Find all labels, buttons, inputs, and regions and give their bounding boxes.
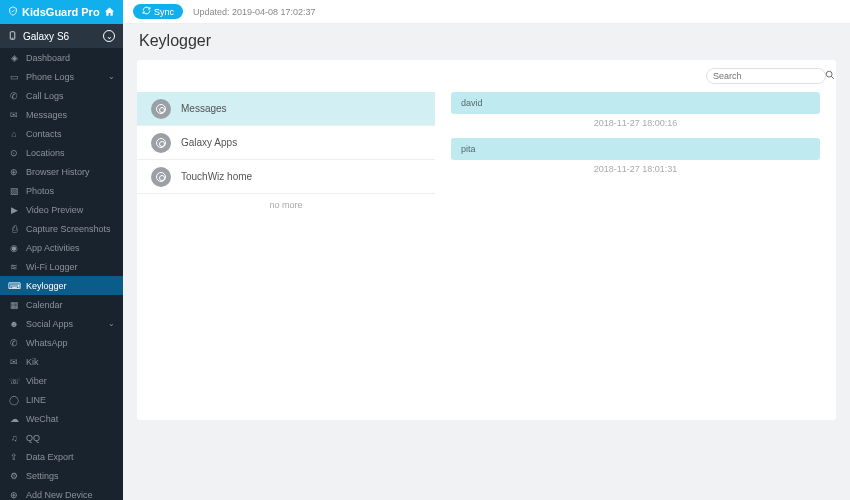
nav-label: Settings — [26, 471, 59, 481]
svg-point-2 — [826, 71, 832, 77]
sidebar-item-photos[interactable]: ▧Photos — [0, 181, 123, 200]
app-item[interactable]: TouchWiz home — [137, 160, 435, 194]
sidebar-item-call-logs[interactable]: ✆Call Logs — [0, 86, 123, 105]
sidebar-item-line[interactable]: ◯LINE — [0, 390, 123, 409]
log-entry: david — [451, 92, 820, 114]
app-label: Galaxy Apps — [181, 137, 237, 148]
svg-line-3 — [831, 76, 834, 79]
sidebar-item-locations[interactable]: ⊙Locations — [0, 143, 123, 162]
chevron-down-icon: ⌄ — [108, 72, 115, 81]
chevron-down-icon: ⌄ — [108, 319, 115, 328]
nav-icon: ◯ — [8, 395, 20, 405]
nav-icon: ⚙ — [8, 471, 20, 481]
sidebar-item-settings[interactable]: ⚙Settings — [0, 466, 123, 485]
nav-label: Locations — [26, 148, 65, 158]
chevron-down-icon: ⌄ — [103, 30, 115, 42]
search-row — [137, 60, 836, 92]
sidebar-item-whatsapp[interactable]: ✆WhatsApp — [0, 333, 123, 352]
nav-icon: ✉ — [8, 357, 20, 367]
search-input[interactable] — [713, 71, 825, 81]
nav-icon: ▦ — [8, 300, 20, 310]
search-box[interactable] — [706, 68, 826, 84]
app-icon — [151, 167, 171, 187]
brand-name: KidsGuard Pro — [22, 6, 100, 18]
app-label: TouchWiz home — [181, 171, 252, 182]
sync-button[interactable]: Sync — [133, 4, 183, 19]
nav-label: QQ — [26, 433, 40, 443]
home-icon[interactable] — [104, 6, 115, 19]
sync-label: Sync — [154, 7, 174, 17]
nav-label: Social Apps — [26, 319, 73, 329]
sidebar-item-contacts[interactable]: ⌂Contacts — [0, 124, 123, 143]
nav-icon: ☁ — [8, 414, 20, 424]
sidebar-item-keylogger[interactable]: ⌨Keylogger — [0, 276, 123, 295]
app-icon — [151, 99, 171, 119]
entries-pane: david2018-11-27 18:00:16pita2018-11-27 1… — [435, 92, 836, 420]
app-icon — [151, 133, 171, 153]
device-selector[interactable]: Galaxy S6 ⌄ — [0, 24, 123, 48]
page-body: Keylogger MessagesGalaxy AppsTouchWiz ho… — [123, 24, 850, 500]
nav-label: Kik — [26, 357, 39, 367]
sidebar-item-dashboard[interactable]: ◈Dashboard — [0, 48, 123, 67]
nav-label: Messages — [26, 110, 67, 120]
sidebar-item-wechat[interactable]: ☁WeChat — [0, 409, 123, 428]
phone-icon — [8, 31, 17, 42]
sidebar-item-wi-fi-logger[interactable]: ≋Wi-Fi Logger — [0, 257, 123, 276]
app-item[interactable]: Messages — [137, 92, 435, 126]
nav-label: Dashboard — [26, 53, 70, 63]
main: Sync Updated: 2019-04-08 17:02:37 Keylog… — [123, 0, 850, 500]
nav-icon: ⊕ — [8, 167, 20, 177]
nav-icon: ⊕ — [8, 490, 20, 500]
sidebar-item-messages[interactable]: ✉Messages — [0, 105, 123, 124]
nav-icon: ♫ — [8, 433, 20, 443]
content-columns: MessagesGalaxy AppsTouchWiz homeno more … — [137, 92, 836, 420]
sidebar-item-add-new-device[interactable]: ⊕Add New Device — [0, 485, 123, 500]
nav-icon: ◈ — [8, 53, 20, 63]
shield-icon — [8, 6, 18, 18]
sidebar-nav: ◈Dashboard▭Phone Logs⌄✆Call Logs✉Message… — [0, 48, 123, 500]
nav-icon: ✆ — [8, 91, 20, 101]
log-entry: pita — [451, 138, 820, 160]
app-list: MessagesGalaxy AppsTouchWiz homeno more — [137, 92, 435, 420]
nav-icon: ⊙ — [8, 148, 20, 158]
nav-icon: ✆ — [8, 338, 20, 348]
sidebar-item-kik[interactable]: ✉Kik — [0, 352, 123, 371]
nav-label: Call Logs — [26, 91, 64, 101]
log-timestamp: 2018-11-27 18:01:31 — [451, 164, 820, 174]
nav-label: WeChat — [26, 414, 58, 424]
sidebar: KidsGuard Pro Galaxy S6 ⌄ ◈Dashboard▭Pho… — [0, 0, 123, 500]
sidebar-item-viber[interactable]: ☏Viber — [0, 371, 123, 390]
sidebar-item-qq[interactable]: ♫QQ — [0, 428, 123, 447]
nav-label: Capture Screenshots — [26, 224, 111, 234]
sidebar-item-phone-logs[interactable]: ▭Phone Logs⌄ — [0, 67, 123, 86]
app-label: Messages — [181, 103, 227, 114]
app-item[interactable]: Galaxy Apps — [137, 126, 435, 160]
sidebar-item-calendar[interactable]: ▦Calendar — [0, 295, 123, 314]
sidebar-item-social-apps[interactable]: ☻Social Apps⌄ — [0, 314, 123, 333]
sidebar-item-browser-history[interactable]: ⊕Browser History — [0, 162, 123, 181]
no-more-text: no more — [137, 194, 435, 216]
nav-icon: ≋ — [8, 262, 20, 272]
nav-label: Viber — [26, 376, 47, 386]
nav-icon: ⌂ — [8, 129, 20, 139]
sidebar-item-data-export[interactable]: ⇪Data Export — [0, 447, 123, 466]
sidebar-item-capture-screenshots[interactable]: ⎙Capture Screenshots — [0, 219, 123, 238]
nav-icon: ⎙ — [8, 224, 20, 234]
topbar: Sync Updated: 2019-04-08 17:02:37 — [123, 0, 850, 24]
nav-label: Wi-Fi Logger — [26, 262, 78, 272]
nav-label: Phone Logs — [26, 72, 74, 82]
nav-icon: ☏ — [8, 376, 20, 386]
nav-icon: ⇪ — [8, 452, 20, 462]
nav-label: Contacts — [26, 129, 62, 139]
search-icon[interactable] — [825, 70, 835, 82]
sidebar-item-video-preview[interactable]: ▶Video Preview — [0, 200, 123, 219]
nav-label: WhatsApp — [26, 338, 68, 348]
nav-label: Photos — [26, 186, 54, 196]
nav-label: Data Export — [26, 452, 74, 462]
updated-text: Updated: 2019-04-08 17:02:37 — [193, 7, 316, 17]
nav-icon: ◉ — [8, 243, 20, 253]
sidebar-item-app-activities[interactable]: ◉App Activities — [0, 238, 123, 257]
nav-label: LINE — [26, 395, 46, 405]
refresh-icon — [142, 6, 151, 17]
nav-icon: ✉ — [8, 110, 20, 120]
